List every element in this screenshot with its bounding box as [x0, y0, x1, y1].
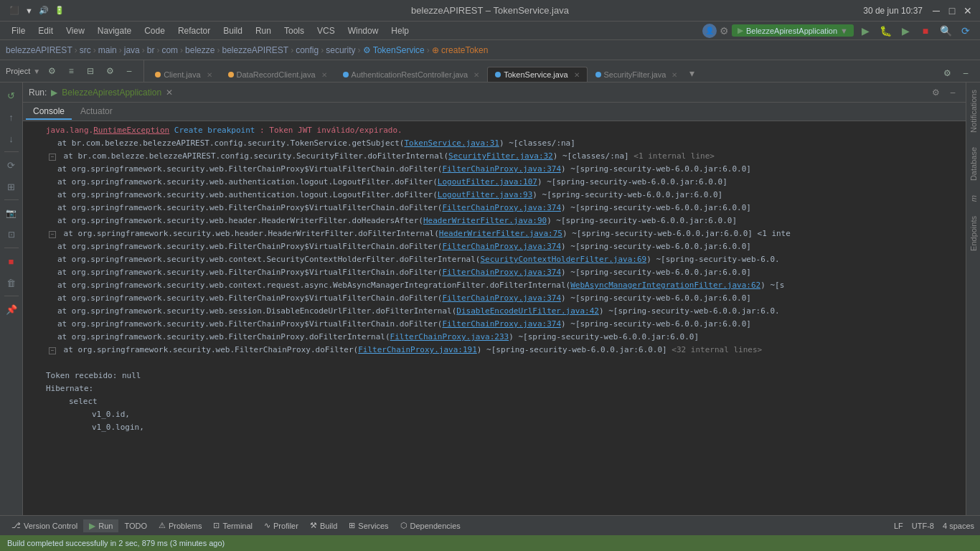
breadcrumb-belezze[interactable]: belezze [185, 45, 215, 55]
menu-refactor[interactable]: Refactor [172, 24, 216, 37]
editor-settings[interactable]: ⚙ [938, 65, 956, 82]
tab-securityfilter[interactable]: SecurityFilter.java ✕ [588, 67, 686, 82]
sidebar-scroll-down[interactable]: ↓ [1, 128, 22, 149]
expand-icon-3[interactable]: – [49, 347, 56, 354]
bottom-services[interactable]: ⊞ Services [343, 519, 394, 532]
right-notifications[interactable]: Notifications [968, 83, 979, 140]
link-fcp374-2[interactable]: FilterChainProxy.java:374 [442, 203, 561, 212]
sidebar-trash[interactable]: 🗑 [1, 273, 22, 293]
tab-datarecord[interactable]: DataRecordClient.java ✕ [220, 67, 335, 82]
sidebar-toggle[interactable]: ⟳ [1, 155, 22, 175]
console-output[interactable]: java.lang.RuntimeException Create breakp… [23, 121, 966, 515]
link-fcp374-6[interactable]: FilterChainProxy.java:374 [442, 319, 561, 329]
sidebar-diff[interactable]: ⊞ [1, 176, 22, 197]
tab-close-tokenservice[interactable]: ✕ [574, 71, 580, 79]
tab-actuator[interactable]: Actuator [73, 104, 120, 120]
link-fcp191[interactable]: FilterChainProxy.java:191 [358, 345, 477, 354]
link-hwf90[interactable]: HeaderWriterFilter.java:90 [423, 216, 547, 225]
bottom-todo[interactable]: TODO [118, 520, 153, 532]
menu-help[interactable]: Help [385, 24, 415, 37]
bottom-problems[interactable]: ⚠ Problems [153, 519, 207, 532]
sidebar-camera[interactable]: 📷 [1, 203, 22, 223]
link-hwf75[interactable]: HeaderWriterFilter.java:75 [439, 229, 562, 238]
breadcrumb-project[interactable]: belezzeAPIREST [6, 45, 72, 55]
link-fcp374-1[interactable]: FilterChainProxy.java:374 [442, 164, 561, 174]
menu-build[interactable]: Build [217, 24, 248, 37]
bottom-version-control[interactable]: ⎇ Version Control [6, 519, 83, 532]
run-button[interactable]: ▶ [857, 22, 874, 39]
sidebar-layout[interactable]: ⊡ [1, 225, 22, 245]
run-config-dropdown[interactable]: ▼ [840, 27, 848, 35]
menu-navigate[interactable]: Navigate [92, 24, 137, 37]
sidebar-pin[interactable]: 📌 [1, 299, 22, 319]
project-close[interactable]: – [121, 62, 138, 80]
expand-icon-2[interactable]: – [49, 231, 56, 238]
link-fcp374-4[interactable]: FilterChainProxy.java:374 [442, 268, 561, 277]
project-dropdown[interactable]: ▼ [33, 67, 40, 75]
right-database[interactable]: Database [968, 140, 979, 188]
run-config-selector[interactable]: ▶ BelezzeApirestApplication ▼ [732, 24, 854, 37]
link-tokenservice31[interactable]: TokenService.java:31 [404, 138, 499, 148]
sidebar-rerun[interactable]: ↺ [1, 85, 22, 105]
coverage-button[interactable]: ▶ [897, 22, 914, 39]
exception-link[interactable]: RuntimeException [93, 126, 169, 135]
update-button[interactable]: ⟳ [957, 22, 974, 39]
menu-run[interactable]: Run [250, 24, 277, 37]
tab-client[interactable]: Client.java ✕ [147, 67, 220, 82]
breadcrumb-src[interactable]: src [80, 45, 91, 55]
breadcrumb-security[interactable]: security [326, 45, 355, 55]
right-endpoints[interactable]: Endpoints [968, 209, 979, 258]
right-maven[interactable]: m [968, 188, 979, 209]
tab-close-datarecord[interactable]: ✕ [321, 71, 327, 79]
tab-tokenservice[interactable]: TokenService.java ✕ [487, 67, 587, 82]
close-button[interactable]: ✕ [963, 6, 973, 16]
breadcrumb-main[interactable]: main [98, 45, 117, 55]
breadcrumb-service[interactable]: ⚙ TokenService [363, 45, 425, 55]
link-schf69[interactable]: SecurityContextHolderFilter.java:69 [480, 255, 646, 264]
debug-button[interactable]: 🐛 [877, 22, 894, 39]
menu-window[interactable]: Window [342, 24, 385, 37]
breadcrumb-config[interactable]: config [296, 45, 319, 55]
tab-close-authcontroller[interactable]: ✕ [473, 71, 479, 79]
menu-code[interactable]: Code [138, 24, 171, 37]
bottom-build[interactable]: ⚒ Build [304, 519, 343, 532]
menu-vcs[interactable]: VCS [311, 24, 341, 37]
breadcrumb-apirest[interactable]: belezzeAPIREST [222, 45, 288, 55]
tab-authcontroller[interactable]: AuthenticationRestController.java ✕ [335, 67, 488, 82]
stop-button[interactable]: ■ [917, 22, 934, 39]
sidebar-scroll-up[interactable]: ↑ [1, 107, 22, 127]
project-sync[interactable]: ⚙ [43, 62, 60, 80]
run-settings[interactable]: ⚙ [928, 85, 943, 100]
bottom-terminal[interactable]: ⊡ Terminal [207, 519, 258, 532]
link-logoutfilter107[interactable]: LogoutFilter.java:107 [438, 177, 537, 187]
link-fcp374-5[interactable]: FilterChainProxy.java:374 [442, 293, 561, 303]
tab-close-client[interactable]: ✕ [207, 71, 212, 79]
link-wamif62[interactable]: WebAsyncManagerIntegrationFilter.java:62 [570, 281, 760, 290]
menu-tools[interactable]: Tools [278, 24, 310, 37]
tab-console[interactable]: Console [26, 104, 72, 120]
settings-gear[interactable]: ⚙ [720, 25, 729, 37]
breadcrumb-java[interactable]: java [124, 45, 140, 55]
menu-file[interactable]: File [6, 24, 31, 37]
user-avatar[interactable]: 👤 [702, 24, 717, 38]
breadcrumb-com[interactable]: com [161, 45, 178, 55]
menu-edit[interactable]: Edit [32, 24, 59, 37]
breadcrumb-br[interactable]: br [147, 45, 155, 55]
expand-icon-1[interactable]: – [49, 154, 56, 161]
minimize-button[interactable]: ─ [931, 6, 941, 16]
bottom-dependencies[interactable]: ⬡ Dependencies [395, 519, 466, 532]
project-collapse[interactable]: ⊟ [82, 62, 99, 80]
project-settings[interactable]: ⚙ [101, 62, 118, 80]
bottom-profiler[interactable]: ∿ Profiler [258, 519, 304, 532]
menu-view[interactable]: View [60, 24, 90, 37]
link-deufilter42[interactable]: DisableEncodeUrlFilter.java:42 [456, 306, 599, 316]
breadcrumb-method[interactable]: ⊕ createToken [432, 45, 489, 55]
tab-more-button[interactable]: ▾ [685, 65, 699, 82]
project-expand[interactable]: ≡ [62, 62, 80, 80]
tab-close-securityfilter[interactable]: ✕ [672, 71, 677, 79]
search-everywhere[interactable]: 🔍 [937, 22, 954, 39]
run-tab-close[interactable]: ✕ [166, 88, 173, 98]
link-secfilter32[interactable]: SecurityFilter.java:32 [448, 151, 553, 161]
maximize-button[interactable]: □ [947, 6, 957, 16]
link-fcp374-3[interactable]: FilterChainProxy.java:374 [442, 242, 561, 251]
